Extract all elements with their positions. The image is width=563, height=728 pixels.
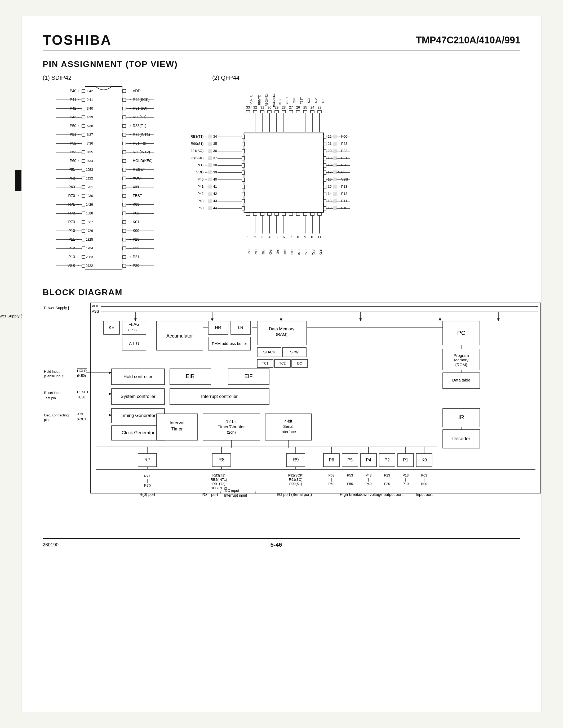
svg-text:R70: R70	[144, 483, 151, 488]
svg-text:29: 29	[89, 203, 93, 206]
sdip-pin-3: P42 ← 3	[56, 106, 89, 110]
svg-text:P42 →⬜ 42: P42 →⬜ 42	[197, 191, 217, 196]
svg-text:23: 23	[89, 255, 93, 259]
svg-rect-175	[260, 110, 264, 113]
svg-text:4: 4	[87, 115, 88, 119]
svg-rect-46	[82, 186, 85, 189]
svg-rect-256	[275, 213, 278, 215]
svg-text:R72 ↔: R72 ↔	[68, 211, 80, 215]
svg-rect-229	[324, 185, 326, 189]
svg-text:|: |	[368, 478, 369, 482]
svg-text:← K01: ← K01	[128, 220, 139, 224]
svg-text:T/C input: T/C input	[224, 488, 239, 493]
svg-text:1: 1	[247, 235, 249, 239]
svg-rect-142	[123, 212, 126, 215]
sdip-pin-21: VSS → 21	[56, 263, 89, 268]
svg-rect-183	[289, 110, 293, 113]
svg-text:36: 36	[89, 141, 93, 145]
svg-text:|: |	[387, 478, 387, 482]
svg-text:26: 26	[296, 105, 300, 109]
sdip-label: (1) SDIP42	[43, 74, 170, 81]
svg-rect-86	[123, 89, 126, 93]
svg-text:→ P20: → P20	[128, 263, 139, 268]
qfp-right-pins: 22 ⬜→ K00 21 ⬜→ P23 20 ⬜→ P22 19 ⬜→ P21 …	[324, 134, 350, 210]
svg-rect-14	[82, 116, 85, 119]
svg-rect-300	[242, 164, 244, 167]
svg-text:R91(SO) →⬜ 36: R91(SO) →⬜ 36	[191, 149, 217, 153]
svg-rect-38	[82, 168, 85, 171]
svg-text:40: 40	[89, 106, 93, 110]
svg-text:13 ⬜→ P11: 13 ⬜→ P11	[328, 199, 347, 203]
svg-text:P13: P13	[403, 473, 409, 477]
svg-text:↔ R91(SO): ↔ R91(SO)	[128, 106, 147, 110]
svg-rect-154	[123, 238, 126, 241]
svg-rect-102	[123, 124, 126, 128]
svg-text:P6: P6	[329, 458, 334, 462]
svg-text:P40: P40	[365, 482, 372, 486]
svg-text:25: 25	[304, 105, 307, 109]
svg-text:35: 35	[89, 150, 93, 154]
sdip-pin-16: R73 ← 16	[56, 220, 89, 224]
svg-text:K02: K02	[315, 98, 318, 103]
svg-text:PC: PC	[457, 330, 466, 336]
svg-text:P50: P50	[347, 482, 353, 486]
svg-text:XIN: XIN	[77, 412, 83, 416]
svg-text:VSS: VSS	[92, 309, 99, 313]
svg-text:P52 ←: P52 ←	[70, 141, 81, 145]
svg-text:R8: R8	[218, 457, 224, 462]
svg-rect-304	[242, 178, 244, 182]
svg-rect-294	[242, 142, 244, 146]
svg-rect-302	[242, 171, 244, 174]
block-diagram-section: BLOCK DIAGRAM Power Supply { Power Suppl…	[43, 287, 520, 530]
svg-text:P50 →⬜ 44: P50 →⬜ 44	[197, 206, 217, 210]
footer: 260190 5-46	[43, 538, 520, 548]
svg-text:P42 ←: P42 ←	[70, 106, 81, 110]
svg-text:P20: P20	[384, 482, 390, 486]
model-number: TMP47C210A/410A/991	[416, 32, 520, 46]
page: TOSHIBA TMP47C210A/410A/991 PIN ASSIGNME…	[21, 16, 542, 712]
svg-rect-235	[324, 206, 326, 210]
svg-rect-74	[82, 247, 85, 250]
svg-rect-30	[82, 151, 85, 154]
svg-text:15 ⬜→ P13: 15 ⬜→ P13	[328, 184, 347, 189]
block-section-title: BLOCK DIAGRAM	[43, 287, 520, 297]
svg-text:8: 8	[87, 150, 88, 154]
qfp-top-pins: 33 32 31 30 29 28 27 26 25 24 23 RB2(INT…	[246, 93, 325, 132]
svg-text:HOLD(KE0): HOLD(KE0)	[272, 93, 275, 107]
svg-rect-262	[296, 213, 300, 215]
svg-text:Interrupt controller: Interrupt controller	[201, 394, 238, 399]
svg-text:Timer/Counter: Timer/Counter	[218, 425, 245, 429]
svg-text:C Z S G: C Z S G	[128, 328, 140, 332]
svg-text:VSS →: VSS →	[68, 263, 80, 268]
svg-text:P4: P4	[366, 458, 371, 462]
svg-rect-266	[311, 213, 314, 215]
svg-text:IR: IR	[458, 414, 464, 420]
svg-text:← K02: ← K02	[128, 211, 139, 215]
svg-text:↔ R81(T2): ↔ R81(T2)	[128, 141, 146, 145]
svg-text:R7: R7	[144, 457, 150, 462]
svg-rect-106	[123, 133, 126, 136]
svg-text:(2ch): (2ch)	[227, 430, 236, 434]
svg-text:Hold controller: Hold controller	[123, 374, 153, 379]
svg-rect-258	[282, 213, 286, 215]
svg-text:Interval: Interval	[169, 420, 184, 425]
svg-rect-227	[324, 178, 326, 182]
svg-text:P43 ←: P43 ←	[70, 115, 81, 119]
svg-rect-310	[242, 199, 244, 203]
svg-rect-150	[123, 229, 126, 232]
svg-text:→ P23: → P23	[128, 237, 139, 241]
svg-rect-2	[82, 89, 85, 93]
block-diagram-svg: Power Supply { VDD VSS	[43, 303, 551, 530]
svg-rect-173	[253, 110, 257, 113]
svg-rect-18	[82, 124, 85, 128]
svg-rect-169	[244, 133, 324, 212]
svg-text:↔ R82(INT1): ↔ R82(INT1)	[128, 132, 150, 137]
left-marker	[15, 170, 21, 191]
svg-text:19 ⬜→ P21: 19 ⬜→ P21	[328, 156, 347, 160]
svg-rect-177	[267, 110, 271, 113]
svg-text:P53: P53	[347, 473, 353, 477]
sdip-pin-12: P63 ← 12	[56, 185, 89, 189]
svg-text:P61: P61	[276, 249, 279, 255]
svg-text:I/O port (Serial port): I/O port (Serial port)	[277, 492, 312, 497]
svg-text:← K03: ← K03	[128, 202, 139, 206]
